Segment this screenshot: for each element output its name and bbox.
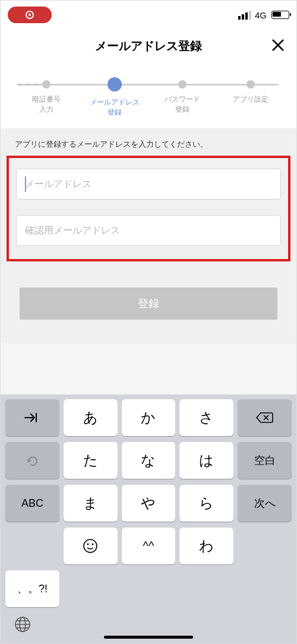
svg-point-1: [87, 544, 89, 545]
step-email-register: メールアドレス 登録: [81, 78, 149, 118]
key-a[interactable]: あ: [64, 399, 118, 436]
key-ma[interactable]: ま: [64, 485, 118, 522]
globe-icon: [14, 615, 31, 633]
instruction-text: アプリに登録するメールアドレスを入力してください。: [1, 139, 296, 156]
key-emoji[interactable]: [64, 528, 118, 564]
record-icon: [26, 11, 34, 19]
input-highlight-box: [7, 156, 290, 261]
key-ka[interactable]: か: [122, 399, 176, 436]
key-undo[interactable]: [5, 442, 59, 479]
key-kaomoji[interactable]: ^^: [122, 528, 176, 564]
page-title: メールアドレス登録: [95, 38, 202, 54]
keyboard: あ か さ た な は 空白 ABC ま や ら 次へ ^^ わ 、。?!: [1, 394, 296, 643]
key-ha[interactable]: は: [179, 442, 233, 479]
close-button[interactable]: [271, 37, 285, 55]
step-pin-entry: 暗証番号 入力: [12, 78, 81, 115]
home-indicator[interactable]: [104, 636, 193, 639]
submit-button[interactable]: 登録: [20, 288, 277, 320]
emoji-icon: [83, 538, 98, 554]
email-field[interactable]: [16, 169, 281, 200]
page-header: メールアドレス登録: [1, 29, 296, 62]
form-content: アプリに登録するメールアドレスを入力してください。 登録: [1, 128, 296, 343]
battery-icon: [271, 11, 289, 19]
backspace-icon: [256, 412, 274, 424]
signal-icon: [238, 11, 251, 20]
email-confirm-field[interactable]: [16, 215, 281, 246]
key-next[interactable]: 次へ: [238, 485, 292, 522]
key-space[interactable]: 空白: [238, 442, 292, 479]
status-bar: 4G: [1, 1, 296, 29]
status-right: 4G: [238, 10, 289, 20]
key-abc[interactable]: ABC: [5, 485, 59, 522]
undo-icon: [25, 453, 39, 468]
key-sa[interactable]: さ: [179, 399, 233, 436]
key-ya[interactable]: や: [122, 485, 176, 522]
key-backspace[interactable]: [238, 399, 292, 436]
key-wa[interactable]: わ: [179, 528, 233, 564]
globe-button[interactable]: [14, 615, 31, 637]
key-ra[interactable]: ら: [179, 485, 233, 522]
step-app-settings: アプリ設定: [217, 78, 285, 105]
progress-stepper: 暗証番号 入力 メールアドレス 登録 パスワード 登録 アプリ設定: [1, 62, 296, 128]
network-label: 4G: [255, 10, 267, 20]
key-tab[interactable]: [5, 399, 59, 436]
svg-point-2: [92, 544, 94, 545]
key-na[interactable]: な: [122, 442, 176, 479]
svg-point-0: [84, 539, 97, 553]
key-ta[interactable]: た: [64, 442, 118, 479]
key-punct[interactable]: 、。?!: [5, 570, 59, 607]
screen-record-indicator: [8, 7, 52, 23]
step-password-register: パスワード 登録: [148, 78, 217, 115]
close-icon: [271, 39, 285, 52]
